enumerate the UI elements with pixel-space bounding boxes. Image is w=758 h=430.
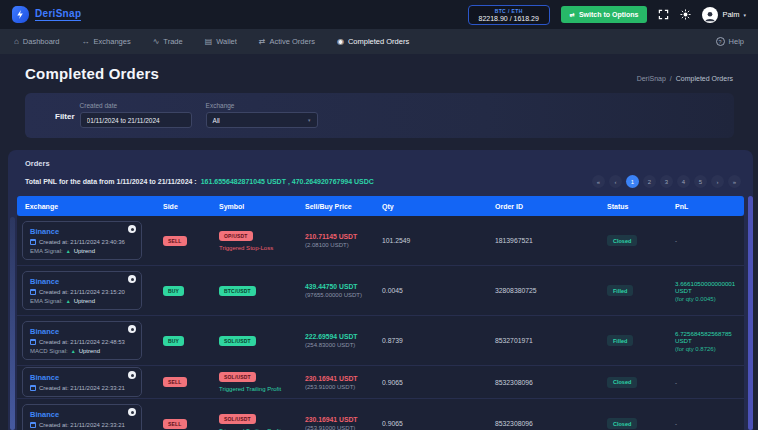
pagination-prev[interactable]: ‹: [609, 175, 622, 188]
pagination-page-2[interactable]: 2: [643, 175, 656, 188]
help-label: Help: [729, 37, 744, 46]
exchange-link[interactable]: Binance: [30, 277, 59, 286]
trade-chart-icon: ∿: [153, 38, 160, 46]
col-price: Sell/Buy Price: [297, 203, 374, 210]
table-row: Binance Created at: 21/11/2024 23:15:20 …: [17, 266, 744, 316]
qty-value: 101.2549: [374, 237, 487, 244]
help-link[interactable]: ? Help: [716, 37, 744, 46]
swap-arrows-icon: ⇄: [570, 11, 575, 18]
exchange-select[interactable]: All ▾: [206, 112, 318, 128]
price-value: 210.71145 USDT: [305, 233, 357, 240]
nav-item-trade[interactable]: ∿ Trade: [153, 37, 183, 46]
pagination-page-1[interactable]: 1: [626, 175, 639, 188]
exchange-cell: Binance Created at: 21/11/2024 23:15:20 …: [22, 271, 142, 310]
table-scrollbar-right[interactable]: [748, 196, 753, 430]
table-body: Binance Created at: 21/11/2024 23:40:36 …: [17, 216, 744, 430]
side-badge: BUY: [163, 336, 184, 346]
exchange-link[interactable]: Binance: [30, 373, 59, 382]
created-at: Created at: 21/11/2024 23:15:20: [30, 289, 134, 295]
active-orders-icon: ⇄: [259, 38, 266, 46]
exchange-filter-label: Exchange: [206, 102, 318, 109]
qty-value: 0.0045: [374, 287, 487, 294]
main-nav: ⌂ Dashboard ↔ Exchanges ∿ Trade ▤ Wallet…: [0, 29, 758, 54]
created-at: Created at: 21/11/2024 22:33:21: [30, 385, 134, 391]
pagination-page-5[interactable]: 5: [694, 175, 707, 188]
status-badge: Filled: [607, 285, 633, 296]
completed-orders-icon: ◉: [337, 38, 344, 46]
pnl-qty-note: (for qty 0.0045): [675, 296, 716, 302]
pagination-first[interactable]: «: [592, 175, 605, 188]
nav-label: Exchanges: [94, 37, 131, 46]
table-scrollbar-left[interactable]: [10, 217, 15, 430]
pnl-value: -: [675, 420, 677, 427]
status-badge: Closed: [607, 235, 637, 246]
created-date-group: Created date: [80, 102, 192, 128]
symbol-badge: OP/USDT: [219, 231, 253, 241]
signal-label: MACD Signal:: [30, 348, 68, 354]
calendar-icon: [30, 422, 36, 428]
qty-value: 0.9065: [374, 420, 487, 427]
pagination: «‹12345›»: [592, 175, 741, 188]
nav-label: Completed Orders: [348, 37, 409, 46]
page-header: Completed Orders DeriSnap / Completed Or…: [0, 54, 758, 89]
price-value: 230.16941 USDT: [305, 375, 358, 382]
user-name: Palm: [722, 10, 739, 19]
status-badge: Filled: [607, 335, 633, 346]
signal-label: EMA Signal:: [30, 248, 63, 254]
orders-table: Exchange Side Symbol Sell/Buy Price Qty …: [17, 196, 744, 430]
switch-to-options-button[interactable]: ⇄ Switch to Options: [561, 6, 648, 23]
info-icon[interactable]: [128, 225, 136, 233]
calendar-icon: [30, 385, 36, 391]
nav-item-dashboard[interactable]: ⌂ Dashboard: [14, 37, 60, 46]
calendar-icon: [30, 289, 36, 295]
created-date-label: Created date: [80, 102, 192, 109]
side-badge: SELL: [163, 377, 187, 387]
info-icon[interactable]: [128, 371, 136, 379]
qty-value: 0.8739: [374, 337, 487, 344]
col-symbol: Symbol: [211, 203, 297, 210]
signal-row: EMA Signal: ▲ Uptrend: [30, 298, 134, 304]
breadcrumb-root[interactable]: DeriSnap: [637, 75, 666, 82]
price-sub-value: (253.91000 USDT): [305, 384, 355, 390]
pnl-value: 6.725684582568785 USDT: [675, 330, 744, 344]
nav-label: Wallet: [216, 37, 237, 46]
uptrend-icon: ▲: [71, 348, 76, 354]
qty-value: 0.9065: [374, 379, 487, 386]
exchange-link[interactable]: Binance: [30, 327, 59, 336]
nav-item-completed-orders[interactable]: ◉ Completed Orders: [337, 37, 409, 46]
pagination-page-4[interactable]: 4: [677, 175, 690, 188]
pagination-last[interactable]: »: [728, 175, 741, 188]
pagination-page-3[interactable]: 3: [660, 175, 673, 188]
created-at: Created at: 21/11/2024 22:48:53: [30, 339, 134, 345]
nav-item-wallet[interactable]: ▤ Wallet: [205, 37, 237, 46]
info-icon[interactable]: [128, 325, 136, 333]
price-sub-value: (97655.00000 USDT): [305, 292, 362, 298]
exchange-arrows-icon: ↔: [82, 38, 90, 46]
logo[interactable]: DeriSnap: [12, 6, 81, 23]
nav-label: Active Orders: [270, 37, 315, 46]
info-icon[interactable]: [128, 408, 136, 416]
col-pnl: PnL: [667, 203, 744, 210]
user-menu[interactable]: Palm ▾: [702, 7, 746, 23]
exchange-cell: Binance Created at: 21/11/2024 22:48:53 …: [22, 321, 142, 360]
info-icon[interactable]: [128, 275, 136, 283]
total-pnl: Total PNL for the data from 1/11/2024 to…: [25, 178, 374, 185]
exchange-link[interactable]: Binance: [30, 227, 59, 236]
created-date-input[interactable]: [80, 112, 192, 128]
nav-item-active-orders[interactable]: ⇄ Active Orders: [259, 37, 315, 46]
uptrend-icon: ▲: [66, 298, 71, 304]
col-order-id: Order ID: [487, 203, 599, 210]
topbar: DeriSnap BTC / ETH 82218.90 / 1618.29 ⇄ …: [0, 0, 758, 29]
nav-item-exchanges[interactable]: ↔ Exchanges: [82, 37, 131, 46]
fullscreen-icon[interactable]: [658, 9, 669, 20]
exchange-cell: Binance Created at: 21/11/2024 22:33:21 …: [22, 367, 142, 397]
status-badge: Closed: [607, 377, 637, 388]
price-sub-value: (254.83000 USDT): [305, 342, 355, 348]
exchange-link[interactable]: Binance: [30, 410, 59, 419]
theme-sun-icon[interactable]: [680, 9, 691, 20]
pagination-next[interactable]: ›: [711, 175, 724, 188]
total-pnl-prefix: Total PNL for the data from 1/11/2024 to…: [25, 178, 197, 185]
home-icon: ⌂: [14, 38, 19, 46]
chevron-down-icon: ▾: [308, 117, 311, 123]
nav-label: Trade: [163, 37, 182, 46]
